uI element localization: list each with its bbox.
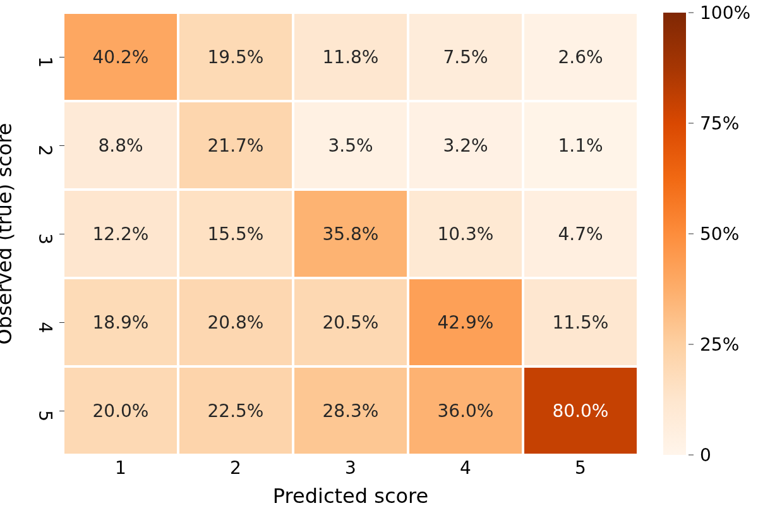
heatmap-cell: 42.9%	[408, 278, 523, 366]
heatmap-cell: 10.3%	[408, 190, 523, 278]
x-tick-label: 1	[63, 457, 178, 479]
heatmap-cell: 19.5%	[178, 13, 293, 101]
heatmap-cell: 36.0%	[408, 366, 523, 455]
y-tick-label: 4	[35, 311, 56, 333]
x-tick-label: 4	[408, 457, 523, 479]
y-tick-label: 5	[35, 400, 56, 421]
heatmap-cell: 20.0%	[63, 366, 178, 455]
heatmap-cell: 3.2%	[408, 101, 523, 190]
heatmap-cell: 4.7%	[523, 190, 638, 278]
heatmap-cell: 80.0%	[523, 366, 638, 455]
heatmap-cell: 11.5%	[523, 278, 638, 366]
heatmap-cell: 28.3%	[293, 366, 408, 455]
heatmap-cell: 12.2%	[63, 190, 178, 278]
heatmap-area: 40.2%19.5%11.8%7.5%2.6%8.8%21.7%3.5%3.2%…	[63, 13, 638, 455]
colorbar-tick: 25%	[689, 334, 739, 355]
heatmap-cell: 8.8%	[63, 101, 178, 190]
heatmap-cell: 40.2%	[63, 13, 178, 101]
heatmap-cell: 35.8%	[293, 190, 408, 278]
colorbar-tick: 50%	[689, 224, 739, 245]
heatmap-grid: 40.2%19.5%11.8%7.5%2.6%8.8%21.7%3.5%3.2%…	[63, 13, 638, 455]
heatmap-cell: 2.6%	[523, 13, 638, 101]
heatmap-cell: 1.1%	[523, 101, 638, 190]
heatmap-cell: 11.8%	[293, 13, 408, 101]
heatmap-cell: 22.5%	[178, 366, 293, 455]
y-tick-mark	[59, 322, 64, 323]
heatmap-cell: 18.9%	[63, 278, 178, 366]
colorbar-tick: 0	[689, 445, 711, 466]
x-axis-label: Predicted score	[63, 484, 638, 508]
x-axis-ticks: 12345	[63, 457, 638, 479]
colorbar-tick: 75%	[689, 113, 739, 134]
heatmap-cell: 15.5%	[178, 190, 293, 278]
y-tick-label: 1	[35, 46, 56, 68]
colorbar-ticks: 025%50%75%100%	[689, 13, 745, 455]
colorbar	[663, 13, 686, 455]
y-tick-mark	[59, 411, 64, 411]
colorbar-tick: 100%	[689, 3, 750, 23]
figure: 40.2%19.5%11.8%7.5%2.6%8.8%21.7%3.5%3.2%…	[0, 0, 758, 532]
heatmap-cell: 21.7%	[178, 101, 293, 190]
colorbar-gradient	[663, 13, 686, 455]
y-tick-mark	[59, 57, 64, 57]
x-tick-label: 3	[293, 457, 408, 479]
y-axis-label: Observed (true) score	[0, 13, 14, 455]
y-tick-mark	[59, 234, 64, 234]
heatmap-cell: 20.5%	[293, 278, 408, 366]
x-tick-label: 5	[523, 457, 638, 479]
y-tick-mark	[59, 145, 64, 146]
heatmap-cell: 7.5%	[408, 13, 523, 101]
heatmap-cell: 20.8%	[178, 278, 293, 366]
y-tick-label: 3	[35, 223, 56, 245]
y-tick-label: 2	[35, 135, 56, 156]
x-tick-label: 2	[178, 457, 293, 479]
heatmap-cell: 3.5%	[293, 101, 408, 190]
